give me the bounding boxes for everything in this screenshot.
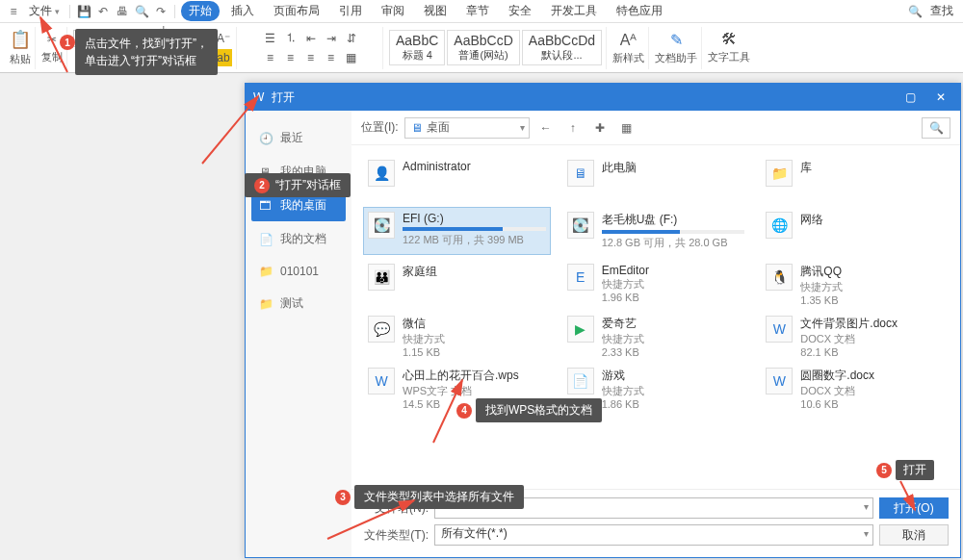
style-sample: AaBbC xyxy=(396,33,438,48)
styles-group: AaBbC标题 4 AaBbCcD普通(网站) AaBbCcDd默认段... xyxy=(385,27,607,69)
badge-5: 5 xyxy=(876,463,892,478)
file-meta: EmEditor快捷方式1.96 KB xyxy=(602,264,745,303)
maximize-button[interactable]: ▢ xyxy=(898,90,922,104)
callout-5: 5 打开 xyxy=(896,460,934,480)
line-spacing-icon[interactable]: ⇵ xyxy=(343,30,360,47)
print-icon[interactable]: 🖶 xyxy=(115,5,130,18)
cut-icon[interactable]: ✂ xyxy=(43,31,61,48)
file-menu[interactable]: 文件 ▾ xyxy=(25,3,64,19)
search-icon[interactable]: 🔍 xyxy=(907,5,923,18)
tab-start[interactable]: 开始 xyxy=(181,1,220,21)
open-btn-label: 打开(O) xyxy=(894,500,933,517)
tab-view[interactable]: 视图 xyxy=(416,1,455,21)
tab-ref[interactable]: 引用 xyxy=(331,1,370,21)
preview-icon[interactable]: 🔍 xyxy=(134,5,149,18)
file-sub2: 1.86 KB xyxy=(602,398,745,410)
file-sub1: 快捷方式 xyxy=(602,332,745,346)
tab-special[interactable]: 特色应用 xyxy=(609,1,670,21)
file-sub2: 1.15 KB xyxy=(403,346,546,358)
bullets-icon[interactable]: ☰ xyxy=(262,30,279,47)
style-2[interactable]: AaBbCcD普通(网站) xyxy=(447,30,519,65)
file-name: 心田上的花开百合.wps xyxy=(403,368,546,384)
file-meta: 圆圈数字.docxDOCX 文档10.6 KB xyxy=(800,368,944,410)
badge-1: 1 xyxy=(60,35,75,50)
file-sub1: 快捷方式 xyxy=(602,277,745,292)
file-meta: 爱奇艺快捷方式2.33 KB xyxy=(602,316,745,358)
align-justify-icon[interactable]: ≡ xyxy=(323,49,340,66)
file-item-6[interactable]: 👪家庭组 xyxy=(363,259,551,307)
indent-dec-icon[interactable]: ⇤ xyxy=(302,30,320,47)
copy-label[interactable]: 复制 xyxy=(41,50,63,64)
open-button[interactable]: 打开(O) xyxy=(879,497,949,519)
view-icon[interactable]: ▦ xyxy=(616,117,638,139)
file-item-8[interactable]: 🐧腾讯QQ快捷方式1.35 KB xyxy=(761,259,949,307)
file-item-7[interactable]: EEmEditor快捷方式1.96 KB xyxy=(562,259,750,307)
badge-3: 3 xyxy=(335,490,351,505)
file-item-14[interactable]: W圆圈数字.docxDOCX 文档10.6 KB xyxy=(761,363,949,411)
file-sub1: 快捷方式 xyxy=(403,332,546,346)
file-name: Administrator xyxy=(403,160,546,173)
file-sub1: WPS文字 文档 xyxy=(403,384,546,398)
sidebar-item-3[interactable]: 📄我的文档 xyxy=(246,223,351,255)
borders-icon[interactable]: ▦ xyxy=(343,49,360,66)
back-icon[interactable]: ← xyxy=(535,117,557,139)
file-item-5[interactable]: 🌐网络 xyxy=(761,207,949,255)
dochelper-group[interactable]: ✎ 文档助手 xyxy=(651,27,702,69)
file-meta: 此电脑 xyxy=(602,160,745,176)
style-3[interactable]: AaBbCcDd默认段... xyxy=(522,30,602,65)
up-icon[interactable]: ↑ xyxy=(562,117,584,139)
search-label[interactable]: 查找 xyxy=(926,3,957,19)
save-icon[interactable]: 💾 xyxy=(76,5,91,18)
indent-inc-icon[interactable]: ⇥ xyxy=(323,30,340,47)
tooltip-file-open: 点击文件，找到“打开”， 单击进入“打开”对话框 xyxy=(75,29,218,75)
file-item-0[interactable]: 👤Administrator xyxy=(363,155,551,203)
file-sub1: 快捷方式 xyxy=(800,280,944,294)
filetype-input[interactable]: 所有文件(*.*) xyxy=(434,524,873,546)
tab-review[interactable]: 审阅 xyxy=(374,1,412,21)
file-item-3[interactable]: 💽EFI (G:)122 MB 可用，共 399 MB xyxy=(363,207,551,255)
style-1[interactable]: AaBbC标题 4 xyxy=(389,30,445,65)
close-button[interactable]: ✕ xyxy=(929,90,952,104)
texttool-group[interactable]: 🛠 文字工具 xyxy=(704,27,754,69)
newstyle-group[interactable]: Aᴬ 新样式 xyxy=(609,27,649,69)
cancel-button[interactable]: 取消 xyxy=(879,524,949,546)
paste-icon[interactable]: 📋 xyxy=(10,29,31,50)
redo-icon[interactable]: ↷ xyxy=(153,5,169,18)
texttool-label: 文字工具 xyxy=(708,50,750,64)
align-left-icon[interactable]: ≡ xyxy=(262,49,279,66)
tab-devtool[interactable]: 开发工具 xyxy=(543,1,605,21)
file-item-11[interactable]: W文件背景图片.docxDOCX 文档82.1 KB xyxy=(761,311,949,359)
sidebar-item-4[interactable]: 📁010101 xyxy=(246,257,351,286)
location-combo[interactable]: 🖥 桌面 xyxy=(404,117,530,139)
file-icon: W xyxy=(368,368,395,395)
undo-icon[interactable]: ↶ xyxy=(95,5,111,18)
newfolder-icon[interactable]: ✚ xyxy=(589,117,611,139)
badge-4: 4 xyxy=(456,403,472,419)
file-sub1: DOCX 文档 xyxy=(800,384,944,398)
file-sub1: 快捷方式 xyxy=(602,384,745,398)
tab-insert[interactable]: 插入 xyxy=(223,1,262,21)
file-item-10[interactable]: ▶爱奇艺快捷方式2.33 KB xyxy=(562,311,750,359)
sidebar-icon: 📁 xyxy=(259,297,273,311)
dialog-titlebar: W 打开 ▢ ✕ xyxy=(246,84,960,111)
file-item-2[interactable]: 📁库 xyxy=(761,155,949,203)
sidebar-item-5[interactable]: 📁测试 xyxy=(246,288,351,319)
file-item-4[interactable]: 💽老毛桃U盘 (F:)12.8 GB 可用，共 28.0 GB xyxy=(562,207,750,255)
dochelper-icon: ✎ xyxy=(670,31,683,49)
tab-layout[interactable]: 页面布局 xyxy=(266,1,327,21)
file-item-9[interactable]: 💬微信快捷方式1.15 KB xyxy=(363,311,551,359)
align-right-icon[interactable]: ≡ xyxy=(302,49,320,66)
file-label: 文件 xyxy=(29,4,52,17)
file-item-1[interactable]: 🖥此电脑 xyxy=(562,155,750,203)
numbering-icon[interactable]: ⒈ xyxy=(282,30,299,47)
tab-chapter[interactable]: 章节 xyxy=(458,1,497,21)
menu-icon[interactable]: ≡ xyxy=(6,5,21,18)
filetype-value: 所有文件(*.*) xyxy=(441,526,508,540)
tab-security[interactable]: 安全 xyxy=(501,1,539,21)
search-box[interactable]: 🔍 xyxy=(922,117,950,139)
sidebar-item-0[interactable]: 🕘最近 xyxy=(246,122,351,154)
align-center-icon[interactable]: ≡ xyxy=(282,49,299,66)
file-meta: 库 xyxy=(800,160,944,176)
file-meta: Administrator xyxy=(403,160,546,173)
newstyle-icon: Aᴬ xyxy=(620,31,638,49)
